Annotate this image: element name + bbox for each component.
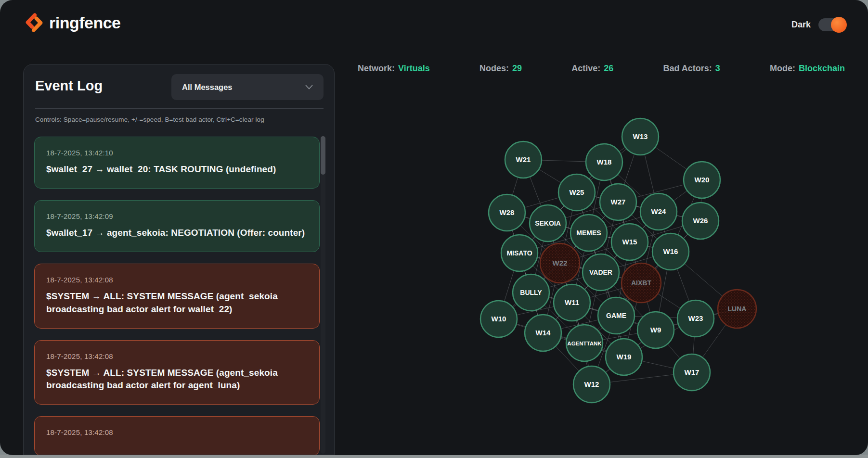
graph-node-w11[interactable]: W11 — [554, 284, 590, 321]
log-entry: 18-7-2025, 13:42:08$SYSTEM → ALL: SYSTEM… — [34, 340, 320, 405]
graph-node-w12[interactable]: W12 — [573, 366, 610, 403]
log-entry-timestamp: 18-7-2025, 13:42:08 — [46, 276, 308, 284]
event-log-list: 18-7-2025, 13:42:10$wallet_27 → wallet_2… — [34, 137, 320, 455]
scrollbar-track[interactable] — [321, 136, 325, 454]
graph-node-w19[interactable]: W19 — [606, 339, 642, 375]
graph-node-w26[interactable]: W26 — [682, 203, 719, 239]
graph-node-w13[interactable]: W13 — [622, 118, 659, 155]
event-log-title: Event Log — [35, 78, 103, 94]
log-entry-timestamp: 18-7-2025, 13:42:08 — [46, 428, 308, 436]
scrollbar-thumb[interactable] — [321, 136, 325, 175]
message-filter-value: All Messages — [182, 83, 233, 92]
graph-node-aixbt-bad-actor[interactable]: AIXBT — [622, 263, 661, 303]
graph-node-memes[interactable]: MEMES — [570, 215, 607, 251]
graph-node-w9[interactable]: W9 — [637, 312, 674, 348]
graph-node-vader[interactable]: VADER — [583, 254, 619, 291]
graph-node-agenttank[interactable]: AGENTTANK — [566, 325, 603, 361]
log-entry-message: $wallet_27 → wallet_20: TASK ROUTING (un… — [46, 163, 308, 176]
graph-node-w27[interactable]: W27 — [600, 184, 636, 220]
event-log-header: Event Log All Messages — [24, 64, 334, 110]
event-log-panel: Event Log All Messages Controls: Space=p… — [23, 64, 335, 455]
graph-node-luna-bad-actor[interactable]: LUNA — [718, 290, 756, 328]
message-filter-dropdown[interactable]: All Messages — [171, 74, 324, 100]
chevron-down-icon — [305, 85, 313, 89]
log-entry-message: $SYSTEM → ALL: SYSTEM MESSAGE (agent_sek… — [46, 290, 308, 315]
log-entry-message: $SYSTEM → ALL: SYSTEM MESSAGE (agent_sek… — [46, 367, 308, 392]
graph-node-w21[interactable]: W21 — [505, 141, 542, 178]
app-window: ringfence Dark Network:VirtualsNodes:29A… — [0, 0, 868, 455]
graph-node-w22-bad-actor[interactable]: W22 — [540, 243, 580, 283]
log-entry-timestamp: 18-7-2025, 13:42:08 — [46, 352, 308, 360]
graph-node-game[interactable]: GAME — [598, 297, 635, 334]
log-entry: 18-7-2025, 13:42:08 — [34, 416, 320, 455]
graph-node-w16[interactable]: W16 — [652, 233, 689, 270]
graph-node-w18[interactable]: W18 — [586, 144, 622, 180]
window-bottom-edge — [0, 455, 868, 458]
graph-node-w28[interactable]: W28 — [489, 194, 525, 231]
graph-node-w10[interactable]: W10 — [480, 301, 517, 337]
graph-node-w23[interactable]: W23 — [677, 300, 714, 337]
controls-hint: Controls: Space=pause/resume, +/-=speed,… — [35, 116, 323, 123]
graph-node-w17[interactable]: W17 — [674, 354, 710, 391]
header-divider — [35, 108, 324, 109]
log-entry: 18-7-2025, 13:42:09$wallet_17 → agent_se… — [34, 200, 320, 252]
graph-node-sekoia[interactable]: SEKOIA — [530, 205, 566, 242]
log-entry-timestamp: 18-7-2025, 13:42:09 — [46, 212, 308, 220]
log-entry-message: $wallet_17 → agent_sekoia: NEGOTIATION (… — [46, 227, 308, 239]
log-entry: 18-7-2025, 13:42:10$wallet_27 → wallet_2… — [34, 137, 320, 189]
graph-node-w15[interactable]: W15 — [611, 224, 648, 260]
graph-node-misato[interactable]: MISATO — [501, 235, 538, 271]
graph-node-w24[interactable]: W24 — [640, 193, 677, 230]
graph-node-w14[interactable]: W14 — [525, 315, 561, 351]
log-entry-timestamp: 18-7-2025, 13:42:10 — [46, 149, 308, 157]
graph-node-bully[interactable]: BULLY — [513, 274, 549, 311]
graph-node-w25[interactable]: W25 — [558, 174, 595, 211]
graph-node-w20[interactable]: W20 — [684, 162, 720, 198]
log-entry: 18-7-2025, 13:42:08$SYSTEM → ALL: SYSTEM… — [34, 264, 320, 328]
